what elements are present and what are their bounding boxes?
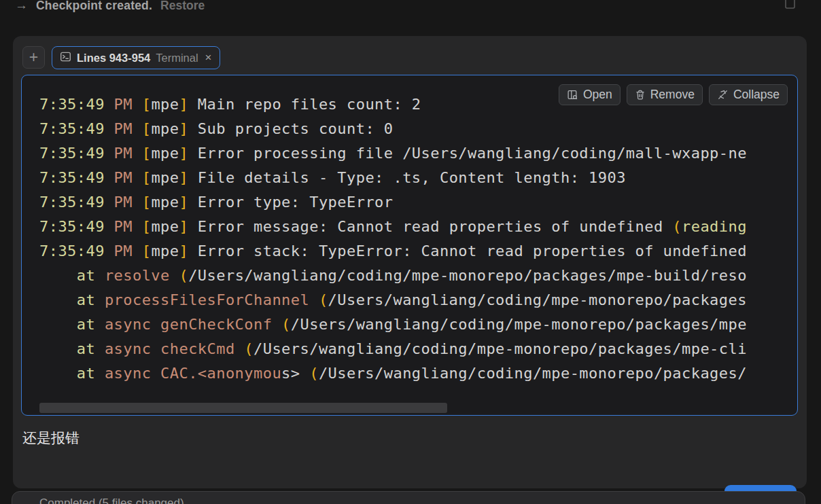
completed-status-label: Completed (5 files changed) [39,497,184,504]
terminal-line: 7:35:49 PM [mpe] Sub projects count: 0 [39,117,747,141]
add-context-button[interactable]: + [22,46,45,69]
restore-button[interactable]: Restore [160,0,205,13]
open-editor-icon [567,89,578,101]
arrow-right-icon: → [15,0,28,12]
terminal-toolbar: Open Remove [559,84,788,105]
terminal-line: at async genCheckConf (/Users/wangliang/… [39,312,747,337]
terminal-line: 7:35:49 PM [mpe] Error stack: TypeError:… [39,239,747,264]
plus-icon: + [29,50,38,65]
collapse-button-label: Collapse [733,88,780,102]
terminal-output-panel: Open Remove [21,75,798,416]
collapse-button[interactable]: Collapse [709,84,788,105]
open-button-label: Open [583,88,612,102]
terminal-line: at processFilesForChannel (/Users/wangli… [39,288,747,312]
checkpoint-message: Checkpoint created. [36,0,152,13]
terminal-line: 7:35:49 PM [mpe] Error message: Cannot r… [39,215,747,239]
terminal-icon [60,51,71,65]
terminal-line: 7:35:49 PM [mpe] Error type: TypeError [39,190,747,215]
terminal-line: at async CAC.<anonymous> (/Users/wanglia… [39,361,747,386]
remove-button[interactable]: Remove [627,84,703,105]
collapse-icon [717,89,729,101]
terminal-lines: 7:35:49 PM [mpe] Main repo files count: … [39,92,747,386]
chip-title: Lines 943-954 [77,52,150,65]
checkpoint-row: → Checkpoint created. Restore [15,0,205,13]
context-chip-terminal[interactable]: Lines 943-954 Terminal × [52,46,220,69]
trash-icon [635,89,646,101]
terminal-line: at resolve (/Users/wangliang/coding/mpe-… [39,264,747,288]
horizontal-scrollbar-thumb[interactable] [39,403,447,413]
user-message-text[interactable]: 还是报错 [22,429,80,448]
terminal-line: 7:35:49 PM [mpe] File details - Type: .t… [39,166,747,190]
completed-status-card[interactable]: Completed (5 files changed) [12,491,805,504]
chat-input-container: + Lines 943-954 Terminal × [13,36,807,488]
close-icon[interactable]: × [204,51,212,65]
open-button[interactable]: Open [559,84,621,105]
copy-icon[interactable] [782,0,798,14]
terminal-line: 7:35:49 PM [mpe] Error processing file /… [39,141,747,166]
chip-type-label: Terminal [156,52,198,65]
terminal-line: at async checkCmd (/Users/wangliang/codi… [39,337,747,361]
remove-button-label: Remove [650,88,695,102]
